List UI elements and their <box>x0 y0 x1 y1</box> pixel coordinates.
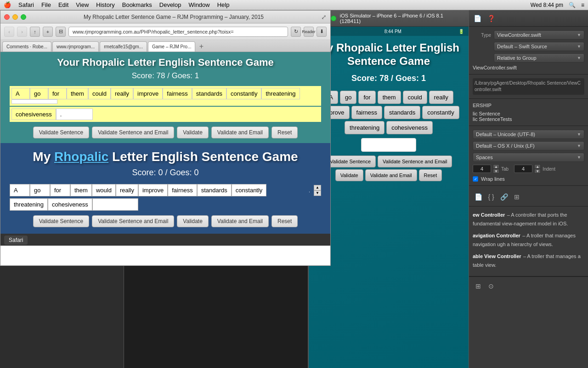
word-cell-could: could <box>88 88 111 99</box>
menu-file[interactable]: File <box>41 1 51 8</box>
word-cell-threatening: threatening <box>261 88 300 99</box>
sim-maximize-button[interactable] <box>331 16 336 21</box>
safari-dock-label[interactable]: Safari <box>4 236 28 245</box>
game2-reset-btn[interactable]: Reset <box>271 215 298 227</box>
menu-window[interactable]: Window <box>188 1 209 8</box>
sim-text-input[interactable] <box>361 138 416 152</box>
game1-validate-sentence-btn[interactable]: Validate Sentence <box>33 126 90 138</box>
indent-increment[interactable]: ▲ <box>534 164 541 169</box>
vc-title: ew Controller <box>473 212 505 218</box>
grid-icon-2[interactable]: ⊙ <box>486 281 497 292</box>
game2-validate-sentence-btn[interactable]: Validate Sentence <box>33 215 90 227</box>
sim-word-threatening[interactable]: threatening <box>345 121 384 134</box>
indent-decrement[interactable]: ▼ <box>534 169 541 173</box>
icon-link-btn[interactable]: 🔗 <box>498 191 509 202</box>
sim-score: Score: 78 / Goes: 1 <box>314 74 463 83</box>
menu-history[interactable]: History <box>96 1 114 8</box>
icon-file-btn[interactable]: 📄 <box>473 191 484 202</box>
menu-develop[interactable]: Develop <box>159 1 181 8</box>
up-button[interactable]: ▲ <box>314 185 321 190</box>
sim-word-could[interactable]: could <box>403 91 427 104</box>
tab-decrement[interactable]: ▼ <box>493 169 499 173</box>
safari-url-bar[interactable]: www.rjmprogramming.com.au/PHP/rhopalic_l… <box>68 27 288 37</box>
safari-reader-button[interactable]: Reader <box>304 27 314 37</box>
safari-back-button[interactable]: ‹ <box>4 27 14 37</box>
menubar-search-icon[interactable]: 🔍 <box>569 2 576 8</box>
safari-tab-2[interactable]: www.rjmprogram... <box>52 41 99 52</box>
safari-close-button[interactable] <box>4 14 10 20</box>
safari-download-button[interactable]: ⬇ <box>317 27 327 37</box>
icon-grid-btn[interactable]: ⊞ <box>511 191 522 202</box>
safari-new-tab-button[interactable]: + <box>196 41 206 52</box>
relative-group-dropdown[interactable]: Relative to Group ▼ <box>494 53 584 63</box>
line-endings-value: Default – OS X / Unix (LF) <box>476 143 535 149</box>
default-dropdown[interactable]: Default – Swift Source ▼ <box>494 42 584 51</box>
down-button[interactable]: ▼ <box>314 190 321 196</box>
sim-word-cohesiveness[interactable]: cohesiveness <box>386 121 433 134</box>
sim-title-bar: iOS Simulator – iPhone 6 – iPhone 6 / iO… <box>309 10 469 27</box>
safari-tab-4[interactable]: Game – RJM Pro... <box>148 41 196 52</box>
word-cell-improve: improve <box>133 88 163 99</box>
indent-dropdown[interactable]: Spaces ▼ <box>473 153 584 162</box>
wrap-lines-row: ✓ Wrap lines <box>473 176 584 182</box>
tab-stepper: ▲ ▼ Tab <box>473 164 509 173</box>
indent-stepper-input[interactable] <box>514 165 532 173</box>
safari-forward-button[interactable]: › <box>17 27 27 37</box>
line-endings-dropdown[interactable]: Default – OS X / Unix (LF) ▼ <box>473 141 584 150</box>
game1-reset-btn[interactable]: Reset <box>271 126 298 138</box>
menu-bookmarks[interactable]: Bookmarks <box>122 1 152 8</box>
inspector-icon-file[interactable]: 📄 <box>471 12 484 25</box>
word-cell-cohesiveness: cohesiveness <box>11 109 56 120</box>
game2-validate-sentence-email-btn[interactable]: Validate Sentence and Email <box>92 215 174 227</box>
sim-word-really[interactable]: really <box>429 91 453 104</box>
game1-validate-sentence-email-btn[interactable]: Validate Sentence and Email <box>92 126 174 138</box>
wrap-lines-checkbox[interactable]: ✓ <box>473 176 478 182</box>
sim-word-for[interactable]: for <box>358 91 375 104</box>
menu-edit[interactable]: Edit <box>58 1 68 8</box>
sim-word-them[interactable]: them <box>378 91 401 104</box>
tab-stepper-input[interactable] <box>473 165 491 173</box>
bottom-icons-section: 📄 { } 🔗 ⊞ <box>469 186 588 207</box>
sim-word-constantly[interactable]: constantly <box>422 106 459 119</box>
grid-icon-1[interactable]: ⊞ <box>473 281 484 292</box>
line-endings-row: Default – OS X / Unix (LF) ▼ <box>473 141 584 150</box>
menu-safari[interactable]: Safari <box>18 1 34 8</box>
indent-value: Spaces <box>476 155 493 160</box>
game1-validate-email-btn[interactable]: Validate and Email <box>211 126 269 138</box>
safari-minimize-button[interactable] <box>12 14 18 20</box>
icon-code-btn[interactable]: { } <box>486 191 497 202</box>
sim-reset-btn[interactable]: Reset <box>419 169 442 181</box>
sim-word-fairness[interactable]: fairness <box>351 106 383 119</box>
word-cell-extra[interactable] <box>11 99 57 104</box>
menu-help[interactable]: Help <box>217 1 230 8</box>
safari-reload-button[interactable]: ↻ <box>291 27 301 37</box>
safari-tab-1[interactable]: Comments · Robe... <box>2 41 51 52</box>
safari-maximize-button[interactable] <box>21 14 26 20</box>
sim-validate-email-btn[interactable]: Validate and Email <box>365 169 417 181</box>
game2-validate-email-btn[interactable]: Validate and Email <box>211 215 269 227</box>
tab-increment[interactable]: ▲ <box>493 164 499 169</box>
ownership-section: ership lic Sentence lic SentenceTests <box>469 99 588 126</box>
game2-validate-btn[interactable]: Validate <box>177 215 208 227</box>
inspector-icon-quick-help[interactable]: ❓ <box>485 12 498 25</box>
safari-maximize-icon[interactable]: ⤢ <box>321 13 327 21</box>
sim-word-go[interactable]: go <box>340 91 356 104</box>
safari-sidebar-button[interactable]: ⊟ <box>56 27 66 37</box>
sim-word-standards[interactable]: standards <box>384 106 420 119</box>
type-dropdown[interactable]: ViewController.swift ▼ <box>494 30 584 40</box>
sim-validate-sentence-email-btn[interactable]: Validate Sentence and Email <box>378 155 452 167</box>
game1-validate-btn[interactable]: Validate <box>177 126 208 138</box>
safari-add-bookmark-button[interactable]: + <box>43 27 53 37</box>
game2-title-highlight: Rhopalic <box>54 150 108 164</box>
encoding-dropdown[interactable]: Default – Unicode (UTF-8) ▼ <box>473 130 584 139</box>
apple-menu[interactable]: 🍎 <box>4 1 11 8</box>
safari-tabs: Comments · Robe... www.rjmprogram... rme… <box>0 40 330 52</box>
g2-word-empty[interactable] <box>92 198 138 211</box>
safari-tab-3[interactable]: rmetcalfe15@gm... <box>100 41 147 52</box>
menubar-list-icon[interactable]: ≡ <box>581 2 584 8</box>
safari-share-button[interactable]: ↑ <box>30 27 40 37</box>
table-title: able View Controller <box>473 253 521 259</box>
menu-view[interactable]: View <box>76 1 89 8</box>
sim-validate-btn[interactable]: Validate <box>335 169 363 181</box>
sim-validate-sentence-btn[interactable]: Validate Sentence <box>325 155 376 167</box>
